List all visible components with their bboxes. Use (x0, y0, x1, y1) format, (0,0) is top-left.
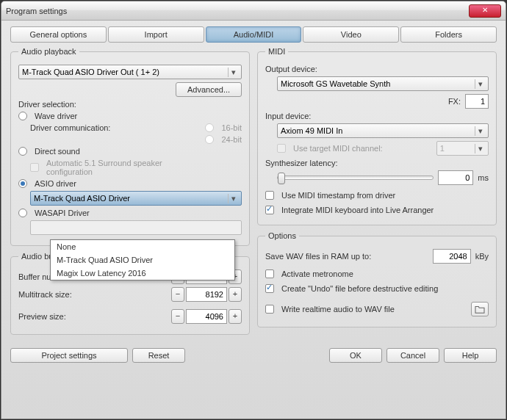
midi-input-label: Input device: (265, 112, 311, 120)
multitrack-input[interactable] (186, 287, 227, 302)
wasapi-label: WASAPI Driver (35, 209, 90, 217)
dropdown-item-none[interactable]: None (51, 240, 234, 253)
save-wav-input[interactable] (433, 249, 471, 264)
preview-stepper[interactable]: − + (171, 309, 242, 324)
chevron-down-icon: ▾ (228, 68, 238, 77)
radio-wave[interactable] (18, 112, 27, 120)
use-timestamp-label: Use MIDI timestamp from driver (281, 191, 395, 200)
midi-output-text: Microsoft GS Wavetable Synth (281, 79, 475, 88)
fx-input[interactable] (465, 94, 489, 109)
tab-import[interactable]: Import (108, 26, 204, 43)
dropdown-item-magix[interactable]: Magix Low Latency 2016 (51, 267, 234, 280)
check-auto51 (30, 163, 39, 172)
check-undo[interactable] (265, 284, 274, 293)
multitrack-stepper[interactable]: − + (171, 287, 242, 302)
direct-label: Direct sound (35, 147, 80, 156)
integrate-label: Integrate MIDI keyboard into Live Arrang… (281, 206, 434, 214)
fx-label: FX: (448, 97, 461, 106)
window-title: Program settings (6, 7, 469, 15)
chevron-down-icon: ▾ (228, 194, 238, 203)
advanced-button[interactable]: Advanced... (176, 82, 242, 97)
close-button[interactable]: ✕ (469, 4, 501, 18)
realtime-label: Write realtime audio to WAV file (281, 305, 395, 314)
midi-output-label: Output device: (265, 65, 317, 73)
titlebar[interactable]: Program settings ✕ (1, 1, 506, 21)
footer: Project settings Reset OK Cancel Help (1, 345, 506, 363)
midi-output-combo[interactable]: Microsoft GS Wavetable Synth ▾ (277, 76, 489, 91)
undo-label: Create "Undo" file before destructive ed… (281, 284, 438, 293)
legend-playback: Audio playback (18, 47, 79, 56)
midi-input-text: Axiom 49 MIDI In (281, 126, 475, 135)
tab-audiomidi[interactable]: Audio/MIDI (206, 26, 302, 43)
check-metronome[interactable] (265, 269, 274, 278)
tab-general[interactable]: General options (10, 26, 107, 43)
wave-label: Wave driver (35, 112, 77, 120)
synth-latency-label: Synthesizer latency: (265, 159, 337, 167)
radio-16bit (205, 123, 214, 132)
asio-dropdown-list[interactable]: None M-Track Quad ASIO Driver Magix Low … (50, 239, 235, 280)
plus-icon[interactable]: + (229, 309, 242, 324)
tab-bar: General options Import Audio/MIDI Video … (10, 26, 497, 43)
chevron-down-icon: ▾ (475, 126, 485, 136)
plus-icon[interactable]: + (229, 287, 242, 302)
check-integrate[interactable] (265, 206, 274, 214)
legend-midi: MIDI (265, 47, 288, 56)
save-wav-label: Save WAV files in RAM up to: (265, 252, 371, 261)
ms-label: ms (478, 173, 489, 182)
check-use-timestamp[interactable] (265, 191, 274, 200)
latency-slider[interactable] (277, 175, 434, 180)
slider-thumb[interactable] (278, 173, 285, 184)
radio-wasapi[interactable] (18, 209, 27, 217)
kby-label: kBy (475, 252, 489, 261)
radio-24bit (205, 135, 214, 144)
bit24-label: 24-bit (221, 135, 242, 144)
driver-selection-label: Driver selection: (18, 100, 76, 109)
minus-icon[interactable]: − (171, 287, 184, 302)
tab-folders[interactable]: Folders (400, 26, 497, 43)
multitrack-label: Multitrack size: (18, 290, 107, 299)
radio-direct[interactable] (18, 147, 27, 156)
bit16-label: 16-bit (221, 123, 242, 132)
check-use-target (277, 144, 286, 153)
use-target-label: Use target MIDI channel: (293, 144, 383, 153)
dropdown-item-mtrack[interactable]: M-Track Quad ASIO Driver (51, 253, 234, 267)
target-channel-combo: 1 ▾ (436, 141, 489, 156)
wasapi-combo (30, 220, 242, 235)
minus-icon[interactable]: − (171, 309, 184, 324)
help-button[interactable]: Help (444, 348, 497, 363)
check-realtime[interactable] (265, 305, 274, 314)
auto51-label: Automatic 5.1 Surround speaker configura… (46, 159, 208, 176)
group-audio-playback: Audio playback M-Track Quad ASIO Driver … (10, 47, 250, 246)
reset-button[interactable]: Reset (132, 348, 185, 363)
legend-options: Options (265, 231, 299, 240)
group-options: Options Save WAV files in RAM up to: kBy… (257, 231, 497, 327)
radio-asio[interactable] (18, 179, 27, 188)
folder-icon (475, 305, 485, 314)
driver-comm-label: Driver communication: (30, 123, 110, 132)
asio-device-text: M-Track Quad ASIO Driver (34, 194, 228, 203)
asio-label: ASIO driver (35, 179, 76, 188)
preview-input[interactable] (186, 309, 227, 324)
asio-device-combo[interactable]: M-Track Quad ASIO Driver ▾ (30, 191, 242, 206)
ok-button[interactable]: OK (329, 348, 382, 363)
project-settings-button[interactable]: Project settings (10, 348, 128, 363)
playback-device-text: M-Track Quad ASIO Driver Out ( 1+ 2) (22, 68, 228, 76)
metronome-label: Activate metronome (281, 269, 353, 278)
chevron-down-icon: ▾ (475, 79, 485, 89)
settings-window: Program settings ✕ General options Impor… (1, 1, 506, 419)
playback-device-combo[interactable]: M-Track Quad ASIO Driver Out ( 1+ 2) ▾ (18, 65, 242, 79)
group-midi: MIDI Output device: Microsoft GS Wavetab… (257, 47, 497, 225)
preview-label: Preview size: (18, 312, 107, 321)
midi-input-combo[interactable]: Axiom 49 MIDI In ▾ (277, 123, 489, 138)
cancel-button[interactable]: Cancel (386, 348, 439, 363)
latency-input[interactable] (438, 170, 473, 185)
chevron-down-icon: ▾ (475, 144, 485, 153)
browse-folder-button[interactable] (471, 302, 489, 316)
tab-video[interactable]: Video (303, 26, 399, 43)
